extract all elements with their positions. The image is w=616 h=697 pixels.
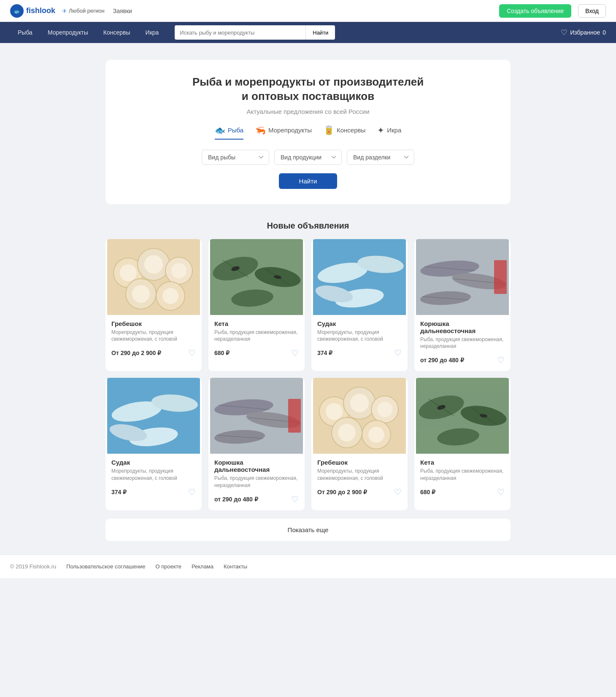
listing-image xyxy=(105,378,202,454)
listing-footer: 680 ₽ ♡ xyxy=(214,348,299,358)
footer-link-ads[interactable]: Реклама xyxy=(192,563,213,570)
listing-name: Кета xyxy=(214,320,299,327)
hero-search-button[interactable]: Найти xyxy=(279,173,338,189)
footer-link-terms[interactable]: Пользовательское соглашение xyxy=(66,563,145,570)
hero-filters: Вид рыбы Вид продукции Вид разделки xyxy=(122,150,494,165)
listing-card[interactable]: Судак Морепродукты, продукция свежеморож… xyxy=(311,239,408,371)
hero-tab-seafood[interactable]: 🦐 Морепродукты xyxy=(255,125,312,140)
search-button[interactable]: Найти xyxy=(305,25,335,40)
listing-price: От 290 до 2 900 ₽ xyxy=(111,350,161,356)
listing-image xyxy=(414,239,511,315)
logo-icon: 🐟 xyxy=(10,4,24,18)
listing-footer: 374 ₽ ♡ xyxy=(111,487,196,497)
hero-tab-canned[interactable]: 🥫 Консервы xyxy=(324,125,365,140)
catnav-item-seafood[interactable]: Морепродукты xyxy=(40,22,96,43)
login-button[interactable]: Вход xyxy=(578,4,606,18)
cut-type-filter[interactable]: Вид разделки xyxy=(347,150,414,165)
canned-tab-label: Консервы xyxy=(337,126,365,134)
listing-body: Кета Рыба, продукция свежемороженая, нер… xyxy=(414,454,511,503)
favorite-button[interactable]: ♡ xyxy=(188,487,196,497)
catnav-item-fish[interactable]: Рыба xyxy=(10,22,40,43)
svg-point-56 xyxy=(338,424,356,441)
listing-body: Кета Рыба, продукция свежемороженая, нер… xyxy=(208,315,305,364)
svg-point-10 xyxy=(162,288,178,304)
listing-image xyxy=(414,378,511,454)
favorite-button[interactable]: ♡ xyxy=(188,348,196,358)
listing-body: Гребешок Морепродукты, продукция свежемо… xyxy=(311,454,408,503)
listing-footer: от 290 до 480 ₽ ♡ xyxy=(214,494,299,504)
listing-card[interactable]: Кета Рыба, продукция свежемороженая, нер… xyxy=(414,378,511,510)
listing-desc: Рыба, продукция свежемороженая, нераздел… xyxy=(214,329,299,343)
favorite-button[interactable]: ♡ xyxy=(394,348,402,358)
seafood-tab-icon: 🦐 xyxy=(255,125,266,135)
listing-name: Кета xyxy=(420,459,505,466)
listing-image xyxy=(208,378,305,454)
listing-footer: 374 ₽ ♡ xyxy=(317,348,402,358)
listing-desc: Морепродукты, продукция свежемороженая, … xyxy=(111,329,196,343)
listing-footer: от 290 до 480 ₽ ♡ xyxy=(420,355,505,365)
catnav-item-caviar[interactable]: Икра xyxy=(138,22,167,43)
requests-link[interactable]: Заявки xyxy=(111,8,134,14)
listing-price: 680 ₽ xyxy=(420,489,435,495)
listing-name: Корюшка дальневосточная xyxy=(420,320,505,334)
fish-type-filter[interactable]: Вид рыбы xyxy=(202,150,269,165)
location-icon: ✈ xyxy=(62,8,67,14)
svg-point-8 xyxy=(171,263,186,278)
show-more-button[interactable]: Показать еще xyxy=(105,519,511,541)
catnav-item-canned[interactable]: Консервы xyxy=(96,22,138,43)
svg-rect-46 xyxy=(288,399,301,433)
footer-link-about[interactable]: О проекте xyxy=(156,563,181,570)
fish-tab-icon: 🐟 xyxy=(215,125,225,135)
caviar-tab-icon: ✦ xyxy=(377,125,384,135)
listing-desc: Рыба, продукция свежемороженая, нераздел… xyxy=(214,475,299,489)
listing-body: Корюшка дальневосточная Рыба, продукция … xyxy=(414,315,511,371)
fish-tab-label: Рыба xyxy=(228,126,243,134)
hero-section: Рыба и морепродукты от производителейи о… xyxy=(105,60,511,204)
listing-footer: 680 ₽ ♡ xyxy=(420,487,505,497)
search-input[interactable] xyxy=(175,25,305,40)
logo[interactable]: 🐟 fishlook xyxy=(10,4,55,18)
listings-section: Новые объявления Гребешок Морепродукты, … xyxy=(105,221,511,510)
footer-copyright: © 2019 Fishlook.ru xyxy=(10,563,56,570)
listing-card[interactable]: Гребешок Морепродукты, продукция свежемо… xyxy=(311,378,408,510)
listing-card[interactable]: Гребешок Морепродукты, продукция свежемо… xyxy=(105,239,202,371)
region-label: Любой регион xyxy=(69,8,105,14)
listing-card[interactable]: Судак Морепродукты, продукция свежеморож… xyxy=(105,378,202,510)
brand-name: fishlook xyxy=(26,6,55,15)
listing-card[interactable]: Кета Рыба, продукция свежемороженая, нер… xyxy=(208,239,305,371)
favorite-button[interactable]: ♡ xyxy=(394,487,402,497)
favorite-button[interactable]: ♡ xyxy=(497,355,505,365)
favorite-button[interactable]: ♡ xyxy=(291,494,299,504)
listing-price: от 290 до 480 ₽ xyxy=(420,357,464,363)
listing-image xyxy=(311,239,408,315)
region-button[interactable]: ✈ Любой регион xyxy=(62,8,105,14)
footer-link-contacts[interactable]: Контакты xyxy=(224,563,247,570)
seafood-tab-label: Морепродукты xyxy=(268,126,312,134)
favorites-link[interactable]: ♡ Избранное 0 xyxy=(561,28,606,37)
listing-footer: От 290 до 2 900 ₽ ♡ xyxy=(317,487,402,497)
listing-price: 680 ₽ xyxy=(214,350,230,356)
favorite-button[interactable]: ♡ xyxy=(497,487,505,497)
listing-card[interactable]: Корюшка дальневосточная Рыба, продукция … xyxy=(414,239,511,371)
listing-card[interactable]: Корюшка дальневосточная Рыба, продукция … xyxy=(208,378,305,510)
favorite-button[interactable]: ♡ xyxy=(291,348,299,358)
show-more-wrap: Показать еще xyxy=(105,519,511,541)
hero-title: Рыба и морепродукты от производителейи о… xyxy=(122,75,494,104)
listing-name: Судак xyxy=(111,459,196,466)
create-listing-button[interactable]: Создать объявление xyxy=(499,4,571,18)
svg-point-55 xyxy=(377,402,392,417)
listing-name: Гребешок xyxy=(317,459,402,466)
svg-rect-32 xyxy=(494,260,507,294)
listing-image xyxy=(208,239,305,315)
listing-name: Гребешок xyxy=(111,320,196,327)
category-nav: Рыба Морепродукты Консервы Икра Найти ♡ … xyxy=(0,22,616,43)
favorites-label: Избранное xyxy=(570,29,600,36)
hero-tab-fish[interactable]: 🐟 Рыба xyxy=(215,125,243,140)
top-nav: 🐟 fishlook ✈ Любой регион Заявки Создать… xyxy=(0,0,616,22)
svg-point-54 xyxy=(350,394,369,412)
svg-point-53 xyxy=(326,403,343,420)
listing-body: Судак Морепродукты, продукция свежеморож… xyxy=(105,454,202,503)
hero-tab-caviar[interactable]: ✦ Икра xyxy=(377,125,401,140)
product-type-filter[interactable]: Вид продукции xyxy=(274,150,342,165)
svg-point-9 xyxy=(132,285,150,303)
